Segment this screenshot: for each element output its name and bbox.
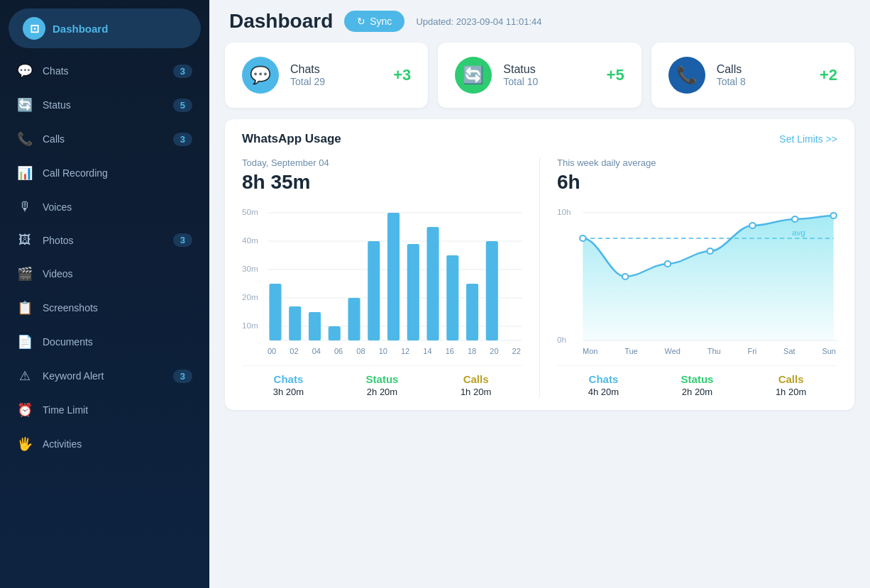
usage-header: WhatsApp Usage Set Limits >>: [242, 132, 837, 146]
sidebar-nav: 💬 Chats 3 🔄 Status 5 📞 Calls 3 📊 Call Re…: [0, 48, 209, 588]
svg-rect-12: [289, 306, 301, 340]
week-footer-calls-val: 1h 20m: [776, 387, 806, 397]
svg-point-29: [580, 235, 586, 241]
footer-calls-label: Calls: [461, 373, 491, 385]
chats-name: Chats: [290, 63, 382, 76]
call-recording-icon: 📊: [17, 165, 33, 181]
svg-point-31: [665, 261, 671, 267]
sidebar-label-activities: Activities: [43, 438, 192, 450]
svg-rect-19: [426, 227, 439, 340]
calls-info: Calls Total 8: [717, 63, 808, 87]
sidebar-item-videos[interactable]: 🎬 Videos: [0, 257, 209, 291]
sidebar-label-screenshots: Screenshots: [43, 302, 192, 314]
calls-name: Calls: [717, 63, 808, 76]
sidebar-item-chats[interactable]: 💬 Chats 3: [0, 54, 209, 88]
svg-rect-14: [329, 326, 341, 340]
chats-total: Total 29: [290, 76, 382, 87]
sidebar-item-voices[interactable]: 🎙 Voices: [0, 190, 209, 223]
sidebar-item-activities[interactable]: 🖐 Activities: [0, 427, 209, 461]
stat-card-chats[interactable]: 💬 Chats Total 29 +3: [225, 43, 428, 108]
week-footer-calls: Calls 1h 20m: [776, 373, 806, 397]
today-chart-footer: Chats 3h 20m Status 2h 20m Calls 1h 20m: [242, 365, 522, 397]
sidebar-item-calls[interactable]: 📞 Calls 3: [0, 122, 209, 156]
week-footer-chats-label: Chats: [588, 373, 619, 385]
time-limit-icon: ⏰: [17, 402, 33, 418]
chats-icon: 💬: [242, 57, 279, 94]
week-footer-status: Status 2h 20m: [681, 373, 714, 397]
svg-rect-11: [269, 284, 281, 340]
sidebar-label-documents: Documents: [43, 336, 192, 348]
svg-text:0h: 0h: [557, 335, 566, 344]
svg-point-34: [792, 216, 798, 222]
stat-card-status[interactable]: 🔄 Status Total 10 +5: [438, 43, 641, 108]
sidebar-label-chats: Chats: [43, 65, 163, 77]
week-footer-calls-label: Calls: [776, 373, 806, 385]
charts-container: Today, September 04 8h 35m 50m 40m 30m 2…: [242, 157, 837, 397]
week-footer-chats: Chats 4h 20m: [588, 373, 619, 397]
sidebar-item-keyword-alert[interactable]: ⚠ Keyword Alert 3: [0, 359, 209, 393]
footer-chats-label: Chats: [273, 373, 304, 385]
week-avg-time: 6h: [557, 171, 837, 194]
status-total: Total 10: [503, 76, 595, 87]
svg-rect-18: [407, 244, 419, 340]
footer-status-val: 2h 20m: [366, 387, 399, 397]
bar-x-labels: 000204060810121416182022: [242, 344, 522, 355]
page-title: Dashboard: [229, 10, 333, 33]
sync-label: Sync: [370, 16, 392, 27]
line-chart-svg: 10h 0h avg: [557, 202, 837, 344]
documents-icon: 📄: [17, 334, 33, 350]
bar-chart-area: 50m 40m 30m 20m 10m: [242, 202, 522, 344]
week-footer-status-label: Status: [681, 373, 714, 385]
sidebar-label-call-recording: Call Recording: [43, 167, 192, 179]
line-chart-area: 10h 0h avg: [557, 202, 837, 344]
keyword-alert-icon: ⚠: [17, 368, 33, 384]
svg-text:50m: 50m: [242, 208, 258, 216]
status-info: Status Total 10: [503, 63, 595, 87]
svg-point-30: [622, 274, 629, 279]
svg-point-35: [830, 213, 837, 218]
chart-divider: [539, 157, 540, 397]
week-avg-label: This week daily average: [557, 157, 837, 168]
week-footer-status-val: 2h 20m: [681, 387, 714, 397]
svg-point-32: [707, 248, 713, 254]
usage-title: WhatsApp Usage: [242, 132, 341, 146]
chart-right: This week daily average 6h 10h 0h avg: [557, 157, 837, 397]
sidebar-item-status[interactable]: 🔄 Status 5: [0, 88, 209, 122]
sidebar-item-time-limit[interactable]: ⏰ Time Limit: [0, 393, 209, 427]
screenshots-icon: 📋: [17, 300, 33, 316]
chats-info: Chats Total 29: [290, 63, 382, 87]
usage-section: WhatsApp Usage Set Limits >> Today, Sept…: [225, 119, 854, 410]
sidebar-item-photos[interactable]: 🖼 Photos 3: [0, 223, 209, 257]
activities-icon: 🖐: [17, 436, 33, 452]
status-icon: 🔄: [17, 97, 33, 113]
today-label: Today, September 04: [242, 157, 522, 168]
stat-cards-row: 💬 Chats Total 29 +3 🔄 Status Total 10 +5…: [209, 43, 870, 119]
footer-chats: Chats 3h 20m: [273, 373, 304, 397]
sidebar-label-videos: Videos: [43, 268, 192, 279]
chats-icon: 💬: [17, 63, 33, 79]
calls-icon: 📞: [668, 57, 705, 94]
sidebar-item-screenshots[interactable]: 📋 Screenshots: [0, 291, 209, 325]
calls-delta: +2: [820, 66, 837, 84]
set-limits-link[interactable]: Set Limits >>: [779, 133, 837, 145]
badge-status: 5: [173, 99, 192, 112]
sync-button[interactable]: ↻ Sync: [344, 11, 404, 32]
sidebar-item-dashboard[interactable]: ⊡ Dashboard: [9, 9, 201, 48]
photos-icon: 🖼: [17, 233, 33, 248]
stat-card-calls[interactable]: 📞 Calls Total 8 +2: [651, 43, 854, 108]
week-chart-footer: Chats 4h 20m Status 2h 20m Calls 1h 20m: [557, 365, 837, 397]
sidebar-label-photos: Photos: [43, 235, 163, 246]
week-x-labels: MonTueWedThuFriSatSun: [557, 344, 837, 355]
today-time: 8h 35m: [242, 171, 522, 194]
svg-rect-17: [387, 213, 400, 340]
badge-photos: 3: [173, 233, 192, 247]
dashboard-label: Dashboard: [53, 23, 108, 35]
status-icon: 🔄: [455, 57, 492, 94]
calls-total: Total 8: [717, 76, 808, 87]
svg-text:20m: 20m: [242, 293, 258, 301]
sidebar-item-call-recording[interactable]: 📊 Call Recording: [0, 156, 209, 190]
svg-text:40m: 40m: [242, 236, 258, 245]
sidebar-label-keyword-alert: Keyword Alert: [43, 370, 163, 382]
calls-icon: 📞: [17, 131, 33, 147]
sidebar-item-documents[interactable]: 📄 Documents: [0, 325, 209, 359]
